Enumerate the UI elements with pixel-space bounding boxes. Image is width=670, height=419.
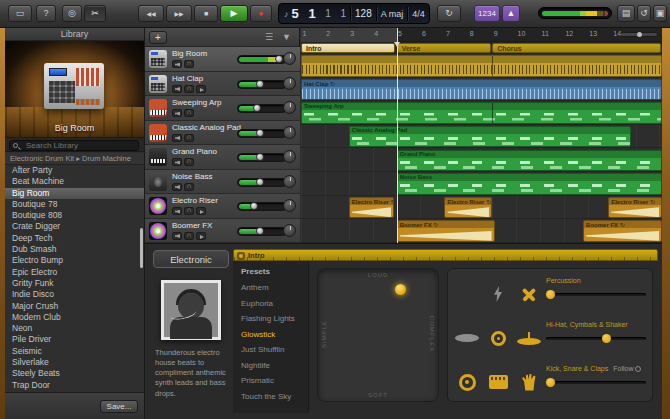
track-header[interactable]: Classic Analog Pad <box>145 121 300 146</box>
search-box[interactable] <box>9 140 139 151</box>
drum-icon-cell[interactable] <box>452 369 482 395</box>
volume-slider[interactable] <box>237 153 287 162</box>
pan-knob[interactable] <box>283 224 296 237</box>
pan-knob[interactable] <box>283 199 296 212</box>
forward-button[interactable]: ▶▶ <box>166 5 192 22</box>
region-boomer-fx[interactable]: Boomer FX ↻ <box>397 220 495 242</box>
mute-button[interactable] <box>172 207 182 215</box>
pan-knob[interactable] <box>283 52 296 65</box>
drum-level-slider[interactable] <box>546 337 646 340</box>
volume-slider[interactable] <box>237 55 287 64</box>
drum-icon-cell[interactable] <box>452 325 482 351</box>
drum-level-knob[interactable] <box>602 334 611 343</box>
track-header[interactable]: Boomer FX <box>145 219 300 244</box>
drum-icon-cell[interactable] <box>483 369 513 395</box>
record-button[interactable]: ● <box>250 5 272 22</box>
media-browser-button[interactable]: ▣ <box>653 5 667 22</box>
rewind-button[interactable]: ◀◀ <box>138 5 164 22</box>
drum-icon-cell[interactable] <box>483 281 513 307</box>
play-button[interactable]: ▶ <box>220 5 248 22</box>
pan-knob[interactable] <box>283 175 296 188</box>
input-monitor-button[interactable] <box>196 207 206 215</box>
volume-slider[interactable] <box>237 129 287 138</box>
xy-pad[interactable]: LOUD SOFT SIMPLE COMPLEX <box>317 268 439 402</box>
region-noise-bass[interactable]: Noise Bass <box>397 173 662 195</box>
volume-thumb[interactable] <box>256 227 264 235</box>
library-item[interactable]: Deep Tech <box>5 233 144 244</box>
pan-knob[interactable] <box>283 126 296 139</box>
pan-knob[interactable] <box>283 77 296 90</box>
solo-button[interactable] <box>184 207 194 215</box>
mute-button[interactable] <box>172 158 182 166</box>
follow-checkbox[interactable] <box>635 366 641 372</box>
library-item[interactable]: After Party <box>5 165 144 176</box>
solo-button[interactable] <box>184 109 194 117</box>
playhead[interactable] <box>397 28 398 243</box>
library-item[interactable]: Indie Disco <box>5 289 144 300</box>
track-header[interactable]: Big Room <box>145 47 300 72</box>
volume-slider[interactable] <box>237 227 287 236</box>
volume-slider[interactable] <box>237 178 287 187</box>
library-item[interactable]: Major Crush <box>5 301 144 312</box>
library-item[interactable]: Dub Smash <box>5 244 144 255</box>
region-grand-piano[interactable]: Grand Piano <box>397 150 662 172</box>
add-track-button[interactable]: + <box>149 31 167 44</box>
solo-button[interactable] <box>184 60 194 68</box>
metronome-button[interactable]: ▲ <box>502 5 520 22</box>
smart-controls-button[interactable]: ◎ <box>62 5 82 22</box>
preset-item[interactable]: Nightlife <box>233 358 308 374</box>
library-toggle-button[interactable]: ▭ <box>8 5 32 22</box>
preset-item[interactable]: Flashing Lights <box>233 311 308 327</box>
preset-item[interactable]: Glowstick <box>233 327 308 343</box>
track-header[interactable]: Grand Piano <box>145 145 300 170</box>
drum-level-knob[interactable] <box>546 378 555 387</box>
library-item[interactable]: Epic Electro <box>5 267 144 278</box>
solo-button[interactable] <box>184 232 194 240</box>
library-item[interactable]: Trap Door <box>5 380 144 391</box>
region-sweeping-arp[interactable]: Sweeping Arp <box>301 102 662 124</box>
drum-icon-cell[interactable] <box>514 369 544 395</box>
drum-level-slider[interactable] <box>546 381 646 384</box>
drum-icon-cell[interactable] <box>452 281 482 307</box>
region-hat-clap[interactable]: Hat Clap ↻ <box>301 79 662 101</box>
library-item[interactable]: Neon <box>5 323 144 334</box>
input-monitor-button[interactable] <box>196 232 206 240</box>
breadcrumb[interactable]: Electronic Drum Kit ▸ Drum Machine <box>5 153 144 165</box>
mute-button[interactable] <box>172 134 182 142</box>
pan-knob[interactable] <box>283 150 296 163</box>
drum-icon-cell[interactable] <box>514 325 544 351</box>
library-item[interactable]: Boutique 78 <box>5 199 144 210</box>
save-button[interactable]: Save... <box>100 400 138 413</box>
region-big-room[interactable] <box>301 55 662 77</box>
track-header[interactable]: Hat Clap <box>145 72 300 97</box>
mute-button[interactable] <box>172 60 182 68</box>
count-in-button[interactable]: 1234 <box>474 5 500 22</box>
region-electro-riser[interactable]: Electro Riser ↻ <box>608 197 662 219</box>
region-ruler-bar[interactable]: Intro <box>233 249 658 261</box>
arrangement-marker[interactable]: Intro <box>301 43 395 53</box>
automation-icon[interactable]: ☰ <box>265 32 273 42</box>
stop-button[interactable]: ■ <box>194 5 218 22</box>
preset-item[interactable]: Prismatic <box>233 373 308 389</box>
mute-button[interactable] <box>172 85 182 93</box>
drum-icon-cell[interactable] <box>514 281 544 307</box>
editors-button[interactable]: ✂ <box>84 5 106 22</box>
volume-thumb[interactable] <box>250 202 258 210</box>
track-header[interactable]: Sweeping Arp <box>145 96 300 121</box>
lcd-display[interactable]: ♪ 5 1 1 1 128 A maj 4/4 <box>278 3 430 24</box>
volume-thumb[interactable] <box>256 153 264 161</box>
library-scrollbar[interactable] <box>140 228 143 268</box>
arrangement-marker[interactable]: Verse <box>397 43 491 53</box>
region-electro-riser[interactable]: Electro Riser ↻ <box>349 197 394 219</box>
ruler[interactable]: 1234567891011121314 <box>301 28 662 42</box>
loop-browser-button[interactable]: ↺ <box>637 5 651 22</box>
xy-puck[interactable] <box>395 284 406 295</box>
track-header[interactable]: Electro Riser <box>145 194 300 219</box>
catch-playhead-icon[interactable]: ▼ <box>282 32 291 42</box>
input-monitor-button[interactable] <box>196 85 206 93</box>
solo-button[interactable] <box>184 183 194 191</box>
preset-item[interactable]: Euphoria <box>233 296 308 312</box>
track-header[interactable]: Noise Bass <box>145 170 300 195</box>
library-item[interactable]: Crate Digger <box>5 221 144 232</box>
preset-item[interactable]: Just Shufflin <box>233 342 308 358</box>
